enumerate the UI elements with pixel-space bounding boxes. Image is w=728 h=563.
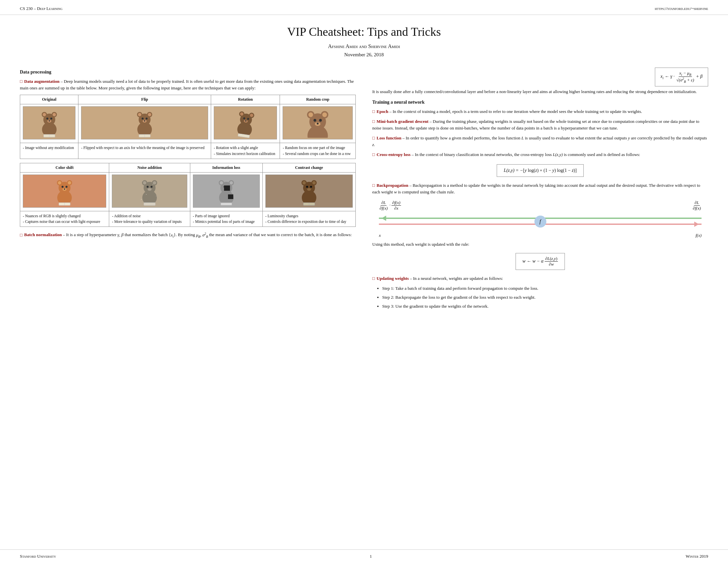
bear-flipped <box>81 106 208 139</box>
data-aug-marker: □ <box>20 79 23 84</box>
svg-point-67 <box>146 194 147 195</box>
steps-list: Step 1: Take a batch of training data an… <box>372 285 708 310</box>
cell-rotation-desc: - Rotation with a slight angle- Simulate… <box>211 143 280 159</box>
loss-marker: □ <box>372 135 375 140</box>
svg-point-76 <box>220 181 223 184</box>
svg-point-77 <box>230 181 233 184</box>
bp-term: Backpropagation <box>377 183 408 188</box>
main-content: VIP Cheatsheet: Tips and Tricks Afshine … <box>0 15 728 312</box>
uw-marker: □ <box>372 276 375 281</box>
bear-colorshift <box>23 174 106 208</box>
updating-weights-para: □ Updating weights – In a neural network… <box>372 275 708 282</box>
bear-infoloss <box>193 174 260 208</box>
batch-norm-term: Batch normalization <box>24 232 62 237</box>
page-title: VIP Cheatsheet: Tips and Tricks <box>20 25 708 39</box>
cell-colorshift-desc: - Nuances of RGB is slightly changed- Ca… <box>20 211 109 227</box>
loss-para: □ Loss function – In order to quantify h… <box>372 135 708 148</box>
bp-marker: □ <box>372 183 375 188</box>
svg-point-88 <box>312 181 316 184</box>
bn-marker: □ <box>20 232 23 237</box>
ce-marker: □ <box>372 152 375 157</box>
ce-term: Cross-entropy loss <box>377 152 410 157</box>
svg-point-4 <box>43 113 46 116</box>
svg-point-61 <box>143 181 146 184</box>
top-bar: CS 230 – Deep Learning https://stanford.… <box>0 0 728 15</box>
augmentation-table-1: Original Flip Rotation Random crop <box>20 95 356 159</box>
epoch-term: Epoch <box>377 109 388 114</box>
footer-center: 1 <box>370 554 372 559</box>
svg-point-89 <box>306 186 308 188</box>
svg-point-90 <box>310 186 312 188</box>
bear-svg-crop <box>306 108 329 138</box>
svg-point-49 <box>58 181 61 184</box>
bear-cropped <box>283 106 353 139</box>
training-section-title: Training a neural network <box>372 100 708 105</box>
cell-contrast-desc: - Luminosity changes- Controls differenc… <box>262 211 355 227</box>
data-processing-title: Data processing <box>20 70 356 75</box>
data-augmentation-para: □ Data augmentation – Deep learning mode… <box>20 78 356 91</box>
two-column-layout: Data processing □ Data augmentation – De… <box>20 68 708 312</box>
bn-formula-description: It is usually done after a fully connect… <box>372 88 708 95</box>
batch-norm-desc: – It is a step of hyperparameter γ, β th… <box>63 232 352 237</box>
table-row: - Nuances of RGB is slightly changed- Ca… <box>20 211 356 227</box>
backprop-diagram: ∂L ∂f(x) · ∂f(x) ∂x ∂L <box>379 200 702 236</box>
loss-term: Loss function <box>377 135 401 140</box>
svg-point-7 <box>50 117 52 119</box>
page: CS 230 – Deep Learning https://stanford.… <box>0 0 728 563</box>
cell-infoloss-desc: - Parts of image ignored- Mimics potenti… <box>190 211 262 227</box>
svg-rect-71 <box>144 203 155 205</box>
table-row: - Image without any modification - Flipp… <box>20 143 356 159</box>
bear-contrast <box>265 174 353 208</box>
svg-point-9 <box>49 120 50 121</box>
bear-svg-colorshift <box>53 176 76 206</box>
cross-entropy-para: □ Cross-entropy loss – In the context of… <box>372 151 708 158</box>
uw-desc: – In a neural network, weights are updat… <box>410 276 503 281</box>
table-row <box>20 104 356 143</box>
col-random-crop: Random crop <box>280 95 356 104</box>
cell-contrast-img <box>262 172 355 211</box>
ce-desc: – In the context of binary classificatio… <box>412 152 640 157</box>
footer-right: Winter 2019 <box>686 554 708 559</box>
epoch-para: □ Epoch – In the context of training a m… <box>372 108 708 115</box>
cell-crop-desc: - Random focus on one part of the image-… <box>280 143 356 159</box>
left-column: Data processing □ Data augmentation – De… <box>20 68 356 312</box>
bp-formulas: ∂L ∂f(x) · ∂f(x) ∂x ∂L <box>379 200 702 211</box>
step-3: Step 3: Use the gradient to update the w… <box>382 303 708 310</box>
col-color-shift: Color shift <box>20 163 109 172</box>
footer-bar: Stanford University 1 Winter 2019 <box>0 549 728 563</box>
epoch-desc: – In the context of training a model, ep… <box>389 109 642 114</box>
cell-original-desc: - Image without any modification <box>20 143 78 159</box>
svg-point-69 <box>156 196 157 196</box>
cross-entropy-box: L(z,y) = −[y log(z) + (1 − y) log(1 − z)… <box>497 164 583 177</box>
svg-point-50 <box>68 181 71 184</box>
function-node: f <box>534 215 546 227</box>
svg-point-54 <box>64 188 65 190</box>
bear-rotated <box>214 106 277 139</box>
batch-norm-formula-box: xi ← γ · xi − μB √(σ2B + ε) + β <box>655 68 708 86</box>
svg-point-87 <box>302 181 306 184</box>
svg-rect-80 <box>224 185 230 191</box>
backprop-para: □ Backpropagation – Backpropagation is a… <box>372 182 708 195</box>
cell-rotation-img <box>211 104 280 143</box>
bp-x-label: x <box>379 233 381 238</box>
loss-desc: – In order to quantify how a given model… <box>372 135 707 147</box>
svg-rect-82 <box>221 203 232 205</box>
weight-update-rule-text: Using this method, each weight is update… <box>372 241 708 248</box>
col-contrast: Contrast change <box>262 163 355 172</box>
header-left: CS 230 – Deep Learning <box>20 6 63 11</box>
bp-arrows-container: f <box>379 214 702 231</box>
minibatch-para: □ Mini-batch gradient descent – During t… <box>372 118 708 131</box>
bear-svg-rotated <box>232 107 259 139</box>
bear-svg-contrast <box>297 176 321 206</box>
svg-point-5 <box>53 113 56 116</box>
footer-left: Stanford University <box>20 554 56 559</box>
epoch-marker: □ <box>372 109 375 114</box>
cell-crop-img <box>280 104 356 143</box>
step-1: Step 1: Take a batch of training data an… <box>382 285 708 292</box>
svg-point-40 <box>322 113 327 117</box>
svg-point-41 <box>314 119 316 121</box>
cell-colorshift-img <box>20 172 109 211</box>
svg-point-44 <box>317 123 319 125</box>
bp-desc: – Backpropagation is a method to update … <box>372 183 700 194</box>
col-noise: Noise addition <box>109 163 190 172</box>
